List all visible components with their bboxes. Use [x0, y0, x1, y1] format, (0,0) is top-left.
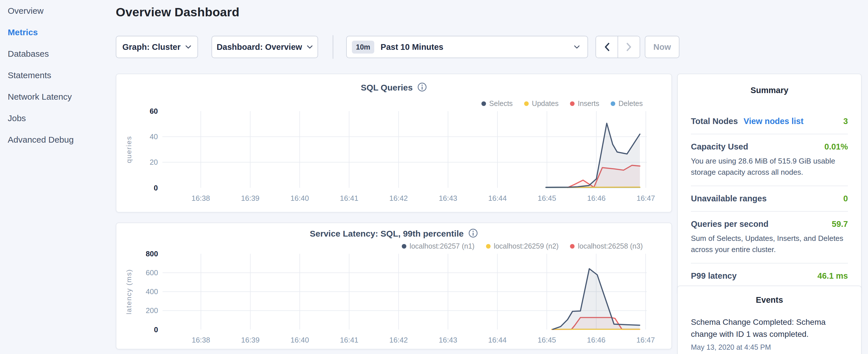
legend-dot-icon — [611, 101, 615, 106]
time-step-button-group — [595, 36, 640, 58]
summary-row-label: Queries per second — [691, 219, 769, 229]
summary-row-value: 0 — [843, 194, 848, 203]
legend-item[interactable]: Selects — [482, 99, 513, 108]
graph-dropdown[interactable]: Graph: Cluster — [116, 36, 198, 58]
legend-dot-icon — [486, 244, 491, 249]
svg-text:60: 60 — [150, 107, 158, 115]
sidebar-item-network-latency[interactable]: Network Latency — [0, 86, 115, 107]
summary-row-label: Unavailable ranges — [691, 194, 767, 203]
time-range-label: Past 10 Minutes — [380, 42, 443, 52]
svg-text:16:43: 16:43 — [439, 194, 457, 202]
app-root: Overview Metrics Databases Statements Ne… — [0, 0, 868, 354]
sidebar-item-overview[interactable]: Overview — [0, 0, 115, 22]
svg-text:queries: queries — [125, 136, 133, 163]
time-back-button[interactable] — [596, 36, 618, 58]
svg-text:16:38: 16:38 — [192, 336, 210, 344]
svg-text:16:38: 16:38 — [191, 194, 210, 202]
summary-row-note: Sum of Selects, Updates, Inserts, and De… — [691, 233, 848, 255]
event-timestamp: May 13, 2020 at 4:45 PM — [691, 343, 848, 351]
svg-text:16:39: 16:39 — [241, 336, 259, 344]
page-title: Overview Dashboard — [116, 5, 239, 19]
svg-text:16:40: 16:40 — [290, 336, 309, 344]
event-list-item[interactable]: Schema Change Completed: Schema change w… — [691, 316, 848, 351]
legend-label: localhost:26257 (n1) — [409, 242, 474, 250]
summary-row-value: 46.1 ms — [817, 271, 848, 281]
summary-row-total-nodes: Total Nodes View nodes list 3 — [691, 109, 848, 134]
summary-title: Summary — [691, 86, 848, 95]
legend-item[interactable]: Deletes — [611, 99, 643, 108]
sidebar-item-databases[interactable]: Databases — [0, 43, 115, 64]
summary-row-value: 59.7 — [832, 219, 848, 229]
svg-text:16:45: 16:45 — [537, 336, 556, 344]
legend-item[interactable]: localhost:26258 (n3) — [570, 242, 643, 250]
summary-row-queries-per-second: Queries per second 59.7 Sum of Selects, … — [691, 212, 848, 263]
time-range-dropdown[interactable]: 10m Past 10 Minutes — [346, 36, 588, 58]
sql-queries-legend: SelectsUpdatesInsertsDeletes — [482, 99, 643, 108]
dashboard-dropdown[interactable]: Dashboard: Overview — [212, 36, 318, 58]
svg-text:16:47: 16:47 — [637, 336, 655, 344]
events-panel: Events Schema Change Completed: Schema c… — [677, 286, 862, 354]
summary-row-label: Total Nodes — [691, 117, 738, 126]
legend-item[interactable]: Updates — [524, 99, 559, 108]
svg-text:16:43: 16:43 — [439, 336, 457, 344]
legend-dot-icon — [524, 101, 529, 106]
chevron-down-icon — [307, 45, 313, 49]
svg-text:16:46: 16:46 — [587, 336, 605, 344]
svg-text:600: 600 — [146, 269, 158, 277]
legend-item[interactable]: Inserts — [570, 99, 599, 108]
sql-queries-chart-card: 16:3816:3916:4016:4116:4216:4316:4416:45… — [116, 74, 672, 213]
controls-bar: Graph: Cluster Dashboard: Overview 10m P… — [116, 36, 683, 58]
summary-row-label: P99 latency — [691, 271, 737, 281]
now-button[interactable]: Now — [645, 36, 679, 58]
svg-text:16:41: 16:41 — [340, 336, 358, 344]
time-forward-button[interactable] — [618, 36, 640, 58]
svg-text:400: 400 — [146, 288, 158, 296]
chevron-down-icon — [574, 45, 580, 49]
service-latency-chart-card: 16:3816:3916:4016:4116:4216:4316:4416:45… — [116, 223, 672, 349]
svg-text:16:46: 16:46 — [587, 194, 606, 202]
sidebar-item-metrics[interactable]: Metrics — [0, 22, 115, 43]
event-message: Schema Change Completed: Schema change w… — [691, 316, 848, 340]
svg-text:16:42: 16:42 — [390, 336, 408, 344]
summary-row-label: Capacity Used — [691, 142, 748, 152]
sidebar: Overview Metrics Databases Statements Ne… — [0, 0, 115, 150]
svg-text:16:39: 16:39 — [241, 194, 259, 202]
graph-dropdown-label: Graph: Cluster — [122, 42, 181, 52]
legend-label: Deletes — [618, 99, 643, 108]
summary-row-note: You are using 28.6 MiB of 515.9 GiB usab… — [691, 156, 848, 178]
svg-text:16:45: 16:45 — [537, 194, 556, 202]
svg-text:16:41: 16:41 — [340, 194, 358, 202]
legend-label: Updates — [532, 99, 559, 108]
sql-queries-chart[interactable]: 16:3816:3916:4016:4116:4216:4316:4416:45… — [116, 74, 672, 212]
view-nodes-list-link[interactable]: View nodes list — [744, 117, 804, 126]
legend-dot-icon — [402, 244, 406, 249]
legend-dot-icon — [570, 244, 575, 249]
summary-panel: Summary Total Nodes View nodes list 3 Ca… — [677, 74, 862, 295]
sidebar-item-jobs[interactable]: Jobs — [0, 107, 115, 129]
summary-row-unavailable-ranges: Unavailable ranges 0 — [691, 186, 848, 212]
summary-row-capacity-used: Capacity Used 0.01% You are using 28.6 M… — [691, 134, 848, 186]
events-title: Events — [691, 295, 848, 305]
sidebar-item-advanced-debug[interactable]: Advanced Debug — [0, 129, 115, 150]
dashboard-dropdown-label: Dashboard: Overview — [217, 42, 302, 52]
svg-text:0: 0 — [154, 326, 158, 334]
legend-item[interactable]: localhost:26257 (n1) — [402, 242, 474, 250]
svg-text:200: 200 — [146, 307, 158, 315]
summary-row-value: 0.01% — [825, 142, 848, 152]
svg-text:800: 800 — [146, 250, 158, 258]
svg-text:16:44: 16:44 — [488, 194, 507, 202]
svg-text:20: 20 — [150, 158, 158, 166]
svg-text:16:44: 16:44 — [488, 336, 506, 344]
legend-item[interactable]: localhost:26259 (n2) — [486, 242, 559, 250]
legend-label: Inserts — [578, 99, 599, 108]
controls-divider — [333, 35, 333, 59]
main-content: Overview Dashboard Graph: Cluster Dashbo… — [116, 0, 672, 354]
svg-text:16:42: 16:42 — [390, 194, 408, 202]
time-range-badge: 10m — [352, 41, 374, 54]
legend-label: localhost:26259 (n2) — [494, 242, 559, 250]
summary-row-p99-latency: P99 latency 46.1 ms — [691, 263, 848, 288]
sidebar-item-statements[interactable]: Statements — [0, 64, 115, 86]
svg-text:0: 0 — [154, 184, 158, 192]
svg-text:16:47: 16:47 — [637, 194, 655, 202]
chevron-down-icon — [185, 45, 191, 49]
